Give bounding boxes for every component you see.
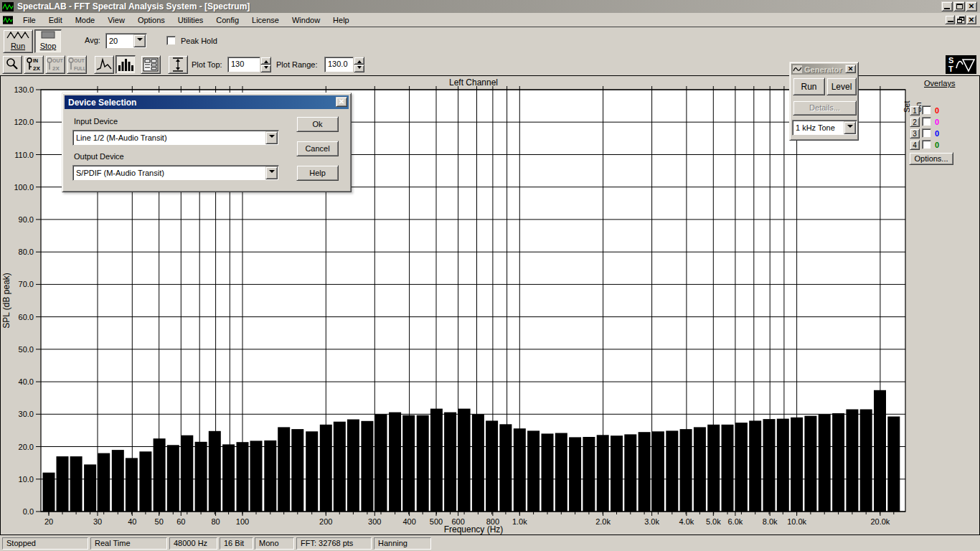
peak-hold-checkbox[interactable] (166, 36, 176, 45)
minimize-button[interactable] (941, 1, 953, 11)
chevron-down-icon (269, 170, 275, 176)
close-button[interactable]: ✕ (966, 1, 977, 11)
overlay-on-checkbox-3[interactable] (922, 128, 931, 138)
generator-signal-dropdown-button[interactable] (844, 121, 856, 134)
dialog-close-button[interactable]: ✕ (336, 97, 347, 107)
line-spectrum-button[interactable] (94, 55, 114, 74)
generator-signal-value: 1 kHz Tone (796, 123, 842, 132)
overlays-options-button[interactable]: Options... (909, 152, 953, 165)
svg-text:20: 20 (44, 517, 53, 526)
spectrum-bar (486, 420, 498, 512)
output-device-combobox[interactable]: S/PDIF (M-Audio Transit) (72, 165, 279, 181)
cancel-label: Cancel (305, 144, 329, 153)
plot-top-spinner[interactable] (260, 57, 271, 72)
overlay-row: 4 0 (908, 140, 980, 151)
input-device-dropdown-button[interactable] (265, 131, 278, 144)
display-options-button[interactable] (141, 55, 161, 74)
svg-text:200: 200 (319, 517, 332, 526)
run-button[interactable]: Run (3, 29, 33, 53)
overlays-panel: Overlays Set On 1 0 2 0 3 0 4 0 Options.… (908, 77, 980, 171)
child-restore-button[interactable] (956, 15, 966, 24)
menu-item-mode[interactable]: Mode (70, 14, 100, 26)
zoom-tool-button[interactable] (2, 55, 22, 74)
spectrum-bar (444, 413, 456, 512)
status-bar: StoppedReal Time48000 Hz16 BitMonoFFT: 3… (0, 535, 980, 551)
output-device-value: S/PDIF (M-Audio Transit) (76, 169, 264, 177)
menu-item-file[interactable]: File (18, 14, 41, 26)
input-device-combobox[interactable]: Line 1/2 (M-Audio Transit) (72, 130, 279, 146)
help-label: Help (309, 169, 326, 177)
child-minimize-button[interactable] (945, 15, 955, 24)
input-device-value: Line 1/2 (M-Audio Transit) (76, 133, 264, 142)
overlay-set-button-4[interactable]: 4 (910, 140, 920, 150)
spectrum-bar (639, 432, 651, 512)
vertical-scale-button[interactable] (168, 55, 188, 74)
maximize-button[interactable] (953, 1, 965, 11)
svg-text:6.0k: 6.0k (728, 517, 743, 526)
svg-text:20.0: 20.0 (19, 443, 34, 451)
spectrum-bar (112, 450, 124, 512)
child-close-button[interactable]: ✕ (966, 15, 976, 24)
menu-item-utilities[interactable]: Utilities (173, 14, 208, 26)
svg-text:2X: 2X (52, 65, 60, 72)
ok-button[interactable]: Ok (296, 116, 339, 132)
plot-range-spinner[interactable] (354, 57, 364, 72)
spectrum-bar (472, 414, 484, 512)
overlay-set-button-3[interactable]: 3 (910, 128, 920, 138)
plot-range-value: 130.0 (328, 60, 348, 68)
svg-text:10.0: 10.0 (19, 475, 34, 484)
generator-close-button[interactable]: ✕ (845, 65, 856, 73)
spinner-down-button[interactable] (354, 65, 364, 72)
spectrum-bar (334, 422, 346, 512)
generator-title: Generator (804, 65, 842, 74)
menu-item-options[interactable]: Options (133, 14, 170, 26)
svg-text:1.0k: 1.0k (512, 517, 527, 526)
spinner-up-button[interactable] (260, 57, 271, 65)
plot-range-input[interactable]: 130.0 (324, 57, 354, 72)
magnifier-icon (5, 57, 19, 72)
spectrum-bar (306, 431, 318, 512)
spectrum-bar (250, 441, 263, 512)
zoom-out-full-button[interactable]: OUT FULL (67, 55, 87, 74)
help-button[interactable]: Help (296, 165, 339, 181)
menu-item-edit[interactable]: Edit (44, 14, 67, 26)
menu-item-window[interactable]: Window (287, 14, 325, 26)
menu-item-help[interactable]: Help (328, 14, 354, 26)
svg-text:2X: 2X (33, 65, 40, 72)
bar-spectrum-button[interactable] (116, 55, 136, 74)
overlay-on-checkbox-4[interactable] (922, 140, 931, 149)
zoom-out-2x-button[interactable]: OUT 2X (45, 55, 65, 74)
overlay-on-checkbox-1[interactable] (922, 105, 931, 115)
generator-level-button[interactable]: Level (826, 77, 857, 95)
svg-text:0.0: 0.0 (23, 507, 34, 516)
generator-signal-combobox[interactable]: 1 kHz Tone (792, 120, 857, 136)
generator-title-bar[interactable]: Generator ✕ (791, 64, 857, 75)
status-segment: Stopped (2, 537, 88, 550)
svg-text:80: 80 (211, 517, 220, 526)
avg-combobox[interactable]: 20 (105, 33, 147, 49)
overlay-on-checkbox-2[interactable] (922, 117, 931, 126)
menu-item-license[interactable]: License (247, 14, 284, 26)
cancel-button[interactable]: Cancel (296, 141, 339, 156)
close-icon: ✕ (339, 98, 344, 105)
overlay-count-2: 0 (935, 118, 939, 126)
spinner-up-button[interactable] (354, 57, 364, 65)
output-device-dropdown-button[interactable] (265, 166, 278, 179)
stop-button[interactable]: Stop (34, 29, 62, 53)
plot-top-input[interactable]: 130 (227, 57, 260, 72)
menu-item-config[interactable]: Config (211, 14, 244, 26)
run-label: Run (4, 42, 32, 50)
menu-item-view[interactable]: View (103, 14, 130, 26)
overlays-options-label: Options... (914, 154, 948, 163)
spinner-down-button[interactable] (260, 65, 271, 72)
dialog-title-bar[interactable]: Device Selection ✕ (65, 95, 349, 109)
minimize-icon (948, 21, 953, 22)
overlay-set-button-1[interactable]: 1 (910, 105, 920, 116)
generator-run-button[interactable]: Run (793, 77, 825, 95)
svg-text:IN: IN (33, 58, 38, 63)
spectrum-bar (209, 431, 221, 512)
zoom-in-2x-button[interactable]: IN 2X (24, 55, 44, 74)
avg-dropdown-button[interactable] (133, 34, 146, 47)
overlay-set-button-2[interactable]: 2 (910, 117, 920, 127)
spectrum-bar (624, 434, 636, 512)
